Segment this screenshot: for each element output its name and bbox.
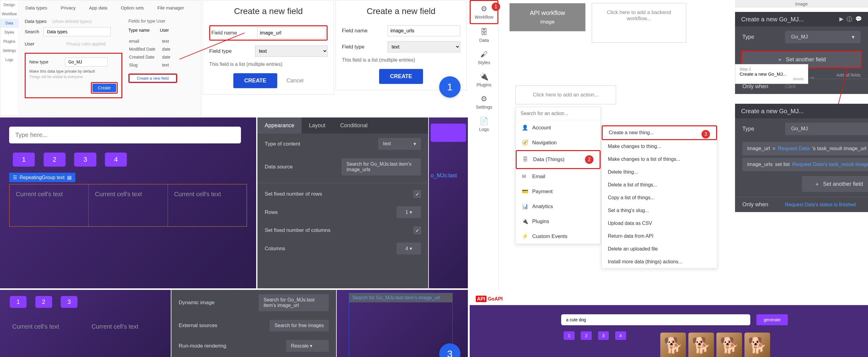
- result-image[interactable]: [716, 333, 742, 357]
- sub-item[interactable]: Set a thing's slug...: [602, 204, 717, 217]
- field-assignment-1[interactable]: image_url = Request Data 's task_result …: [742, 142, 868, 155]
- sidebar-logs[interactable]: 📄Logs: [470, 113, 498, 136]
- rg-cell[interactable]: Current cell's text: [168, 184, 247, 227]
- datasource-value[interactable]: Search for Go_MJs:last item's image_urls: [342, 158, 421, 175]
- sub-create-thing[interactable]: Create a new thing...3: [602, 125, 717, 140]
- onlywhen-value[interactable]: Request Data's status is finished: [785, 202, 856, 207]
- search-input[interactable]: [43, 27, 111, 36]
- tab-datatypes[interactable]: Data types: [22, 3, 51, 12]
- pill-3[interactable]: 3: [74, 153, 96, 167]
- private-checkbox-label[interactable]: Make this data type private by default: [29, 69, 118, 73]
- cat-plugins[interactable]: 🔌Plugins: [516, 214, 600, 229]
- result-image[interactable]: [688, 333, 714, 357]
- cat-data[interactable]: 🗄Data (Things)2: [516, 150, 600, 169]
- create-button[interactable]: CREATE: [233, 73, 278, 88]
- tab-filemanager[interactable]: File manager: [154, 3, 188, 12]
- sub-item[interactable]: Return data from API: [602, 230, 717, 243]
- rg-cell[interactable]: Current cell's text: [9, 184, 88, 227]
- fieldname-input[interactable]: [388, 25, 460, 36]
- tab-layout[interactable]: Layout: [302, 117, 333, 133]
- newtype-input[interactable]: [65, 57, 108, 66]
- type-select[interactable]: Go_MJ▾: [785, 31, 861, 43]
- repeating-group-label[interactable]: ☰ RepeatingGroup text ▤: [9, 173, 75, 182]
- sidebar-settings[interactable]: Settings: [0, 46, 18, 55]
- set-another-field-button[interactable]: ＋Set another field: [802, 176, 868, 192]
- user-type-row[interactable]: User: [25, 41, 34, 47]
- sub-item[interactable]: Delete an uploaded file: [602, 243, 717, 256]
- pill-4[interactable]: 4: [615, 331, 626, 340]
- onlywhen-placeholder[interactable]: Click: [785, 84, 796, 89]
- fieldtype-select[interactable]: text: [255, 46, 328, 57]
- sub-item[interactable]: Make changes to thing...: [602, 140, 717, 153]
- sidebar-workflow[interactable]: ⚙ Workflow 1: [470, 0, 498, 24]
- generate-button[interactable]: generate: [756, 314, 788, 325]
- pill-1[interactable]: 1: [10, 296, 27, 308]
- arrow-right-icon[interactable]: →: [808, 73, 815, 82]
- sub-item[interactable]: Install more data (things) actions...: [602, 256, 717, 268]
- type-select[interactable]: Go_MJ▾: [785, 123, 868, 135]
- pill-3[interactable]: 3: [598, 331, 609, 340]
- fieldname-input[interactable]: [257, 27, 326, 38]
- pill-1[interactable]: 1: [564, 331, 575, 340]
- result-image[interactable]: [660, 333, 686, 357]
- sidebar-design[interactable]: Design: [0, 0, 18, 9]
- sidebar-plugins[interactable]: Plugins: [0, 37, 18, 46]
- cat-analytics[interactable]: 📊Analytics: [516, 199, 600, 214]
- cat-account[interactable]: 👤Account: [516, 120, 600, 135]
- pill-4[interactable]: 4: [105, 153, 127, 167]
- pill-2[interactable]: 2: [581, 331, 592, 340]
- rg-cell[interactable]: Current cell's text: [6, 317, 85, 336]
- field-assignment-2[interactable]: image_urls set list Request Data's task_…: [742, 158, 868, 171]
- typeofcontent-select[interactable]: text ▾: [378, 138, 421, 150]
- fixedrows-checkbox[interactable]: ✓: [413, 190, 421, 198]
- pill-1[interactable]: 1: [13, 153, 35, 167]
- tab-conditional[interactable]: Conditional: [333, 117, 375, 133]
- sidebar-styles[interactable]: 🖌Styles: [470, 47, 498, 69]
- sidebar-data[interactable]: Data: [0, 19, 18, 28]
- add-action-card[interactable]: Click here to add an action...: [516, 85, 616, 105]
- step-breadcrumb[interactable]: Step 1 Create a new Go_MJ... delete →: [735, 64, 808, 84]
- cat-custom[interactable]: ⚡Custom Events: [516, 229, 600, 244]
- rows-select[interactable]: 1 ▾: [397, 206, 421, 218]
- wf-add-card[interactable]: Click here to add a backend workflow...: [592, 3, 686, 43]
- chat-icon[interactable]: 💬: [855, 16, 862, 23]
- pill-2[interactable]: 2: [43, 153, 66, 167]
- cancel-button[interactable]: Cancel: [286, 73, 304, 88]
- play-icon[interactable]: ▶: [839, 16, 844, 23]
- tab-appearance[interactable]: Appearance: [257, 117, 302, 133]
- cols-select[interactable]: 4 ▾: [397, 243, 421, 255]
- create-type-button[interactable]: Create: [92, 84, 116, 92]
- sidebar-styles[interactable]: Styles: [0, 28, 18, 37]
- fieldtype-select[interactable]: text: [388, 41, 460, 53]
- dynimg-value[interactable]: Search for Go_MJs:last item's image_url: [259, 294, 329, 311]
- tab-appdata[interactable]: App data: [85, 3, 111, 12]
- rg-cell[interactable]: Current cell's text: [85, 317, 165, 336]
- sidebar-plugins[interactable]: 🔌Plugins: [470, 69, 498, 91]
- image-expr-preview[interactable]: Search for Go_MJs:last item's image_url: [349, 293, 452, 302]
- rg-cell[interactable]: Current cell's text: [88, 184, 167, 227]
- prompt-input[interactable]: [561, 314, 750, 325]
- pill-3[interactable]: 3: [61, 296, 78, 308]
- sub-item[interactable]: Upload data as CSV: [602, 217, 717, 230]
- breadcrumb-delete[interactable]: delete: [740, 77, 804, 81]
- pill-2[interactable]: 2: [35, 296, 52, 308]
- sub-item[interactable]: Copy a list of things...: [602, 191, 717, 204]
- sidebar-data[interactable]: 🗄Data: [470, 24, 498, 47]
- extsrc-button[interactable]: Search for free images: [270, 320, 329, 331]
- tab-optionsets[interactable]: Option sets: [117, 3, 148, 12]
- sub-item[interactable]: Delete thing...: [602, 166, 717, 179]
- tab-privacy[interactable]: Privacy: [57, 3, 79, 12]
- result-image[interactable]: [744, 333, 770, 357]
- deleted-types-hint[interactable]: (show deleted types): [52, 19, 92, 24]
- cat-navigation[interactable]: 🧭Navigation: [516, 135, 600, 150]
- fixedcols-checkbox[interactable]: ✓: [413, 227, 421, 234]
- cat-email[interactable]: ✉Email: [516, 169, 600, 184]
- wf-card-title[interactable]: API workflow: [516, 9, 579, 17]
- sidebar-settings[interactable]: ⚙Settings: [470, 91, 498, 113]
- sidebar-workflow[interactable]: Workflow: [0, 9, 18, 19]
- sidebar-logs[interactable]: Logs: [0, 55, 18, 64]
- create-button[interactable]: CREATE: [379, 69, 423, 84]
- sub-item[interactable]: Make changes to a list of things...: [602, 153, 717, 166]
- sub-item[interactable]: Delete a list of things...: [602, 179, 717, 191]
- prompt-input[interactable]: [9, 127, 241, 143]
